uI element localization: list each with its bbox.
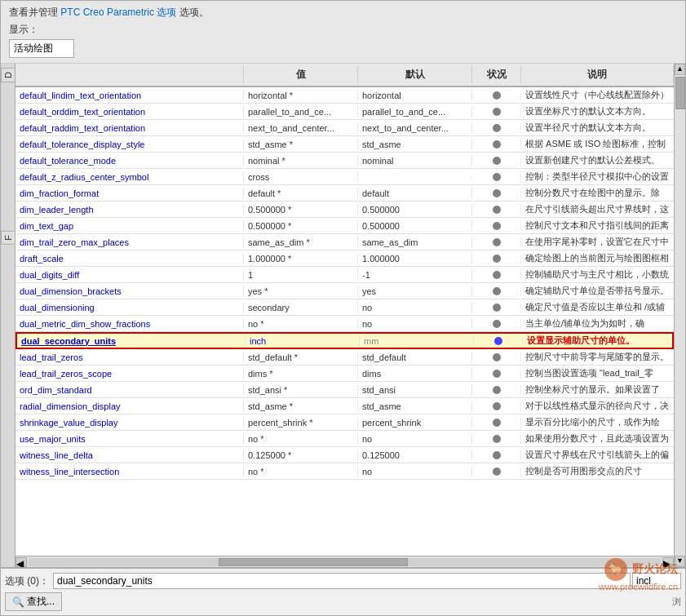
row-value: no * xyxy=(244,466,358,477)
row-value: default * xyxy=(244,188,358,199)
row-status xyxy=(472,254,521,264)
table-row[interactable]: dim_text_gap 0.500000 * 0.500000 控制尺寸文本和… xyxy=(15,218,674,234)
scroll-thumb[interactable] xyxy=(219,558,409,566)
watermark: 🐎 野火论坛 www.proewildfire.cn xyxy=(599,557,678,592)
row-value: 0.500000 * xyxy=(244,204,358,215)
row-desc: 显示百分比缩小的尺寸，或作为绘 xyxy=(521,415,674,429)
selected-table-row[interactable]: dual_secondary_units inch mm 设置显示辅助尺寸的单位… xyxy=(15,332,674,349)
row-default: no xyxy=(358,466,472,477)
row-name: default_raddim_text_orientation xyxy=(15,122,244,134)
site-name: 野火论坛 xyxy=(632,562,678,577)
table-row[interactable]: dual_dimension_brackets yes * yes 确定辅助尺寸… xyxy=(15,283,674,299)
row-value: parallel_to_and_ce... xyxy=(244,106,358,117)
row-desc: 控制当图设置选项 "lead_trail_零 xyxy=(521,366,674,380)
row-default: horizontal xyxy=(358,90,472,101)
row-desc: 设置新创建尺寸的默认公差模式。 xyxy=(521,153,674,167)
row-name: default_z_radius_center_symbol xyxy=(15,171,244,183)
display-dropdown[interactable]: 活动绘图 xyxy=(9,39,74,58)
search-icon: 🔍 xyxy=(12,596,24,608)
status-dot-gray xyxy=(493,222,501,230)
table-row[interactable]: lead_trail_zeros_scope dims * dims 控制当图设… xyxy=(15,366,674,382)
selection-input[interactable] xyxy=(53,573,631,589)
vertical-scrollbar[interactable]: ▲ ▼ xyxy=(674,64,685,567)
selected-row-name: dual_secondary_units xyxy=(17,335,246,347)
table-row[interactable]: dim_fraction_format default * default 控制… xyxy=(15,185,674,202)
horizontal-scrollbar[interactable]: ◀ ▶ xyxy=(15,556,674,567)
selection-row: 选项 (0)： xyxy=(5,573,681,589)
find-button[interactable]: 🔍 查找... xyxy=(5,592,62,611)
table-row[interactable]: witness_line_intersection no * no 控制是否可用… xyxy=(15,463,674,480)
table-row[interactable]: shrinkage_value_display percent_shrink *… xyxy=(15,414,674,431)
row-value: std_asme * xyxy=(244,139,358,150)
row-desc: 确定绘图上的当前图元与绘图图框相 xyxy=(521,251,674,265)
table-row[interactable]: witness_line_delta 0.125000 * 0.125000 设… xyxy=(15,447,674,463)
row-name: lead_trail_zeros_scope xyxy=(15,368,244,379)
row-default: dims xyxy=(358,368,472,379)
row-name: dim_fraction_format xyxy=(15,188,244,199)
status-dot-gray xyxy=(493,386,501,394)
left-tabs: D F xyxy=(1,64,15,567)
table-row[interactable]: draft_scale 1.000000 * 1.000000 确定绘图上的当前… xyxy=(15,250,674,267)
scroll-thumb-vert[interactable] xyxy=(675,77,685,109)
table-row[interactable]: dual_digits_diff 1 -1 控制辅助尺寸与主尺寸相比，小数统 xyxy=(15,267,674,283)
scroll-track-vert[interactable] xyxy=(675,75,685,556)
row-value: same_as_dim * xyxy=(244,237,358,248)
row-name: ord_dim_standard xyxy=(15,384,244,396)
scroll-up-btn[interactable]: ▲ xyxy=(675,64,685,75)
main-table-area: 值 默认 状况 说明 default_lindim_text_orientati… xyxy=(15,64,674,567)
row-status xyxy=(472,434,521,444)
col-default: 默认 xyxy=(358,66,472,83)
creo-link[interactable]: PTC Creo Parametric 选项 xyxy=(60,7,176,18)
row-value: yes * xyxy=(244,286,358,297)
logo-icon: 🐎 野火论坛 xyxy=(604,557,678,582)
table-row[interactable]: ord_dim_standard std_ansi * std_ansi 控制坐… xyxy=(15,382,674,398)
row-status xyxy=(472,221,521,231)
table-row[interactable]: dim_leader_length 0.500000 * 0.500000 在尺… xyxy=(15,202,674,218)
row-name: draft_scale xyxy=(15,253,244,264)
row-name: shrinkage_value_display xyxy=(15,417,244,428)
scroll-track[interactable] xyxy=(29,558,661,566)
row-status xyxy=(472,401,521,411)
row-status xyxy=(472,172,521,182)
row-default: std_default xyxy=(358,352,472,363)
left-tab-d[interactable]: D xyxy=(1,68,15,82)
table-row[interactable]: default_orddim_text_orientation parallel… xyxy=(15,104,674,120)
table-row[interactable]: default_tolerance_mode nominal * nominal… xyxy=(15,153,674,169)
selected-row-value: inch xyxy=(246,335,360,347)
row-status xyxy=(472,91,521,100)
row-value: std_ansi * xyxy=(244,384,358,396)
table-row[interactable]: use_major_units no * no 如果使用分数尺寸，且此选项设置为 xyxy=(15,431,674,447)
status-dot-gray xyxy=(493,468,501,476)
table-row[interactable]: default_raddim_text_orientation next_to_… xyxy=(15,120,674,136)
table-row[interactable]: dual_dimensioning secondary no 确定尺寸值是否应以… xyxy=(15,299,674,316)
table-row[interactable]: default_lindim_text_orientation horizont… xyxy=(15,87,674,104)
horse-logo-icon: 🐎 xyxy=(604,557,628,582)
row-status xyxy=(472,140,521,149)
row-status xyxy=(472,188,521,198)
col-status: 状况 xyxy=(472,66,521,83)
status-dot-gray xyxy=(493,238,501,246)
table-row[interactable]: dim_trail_zero_max_places same_as_dim * … xyxy=(15,234,674,250)
left-tab-f[interactable]: F xyxy=(1,231,15,245)
row-desc: 控制尺寸文本和尺寸指引线间的距离 xyxy=(521,219,674,233)
scroll-left-btn[interactable]: ◀ xyxy=(15,557,27,567)
col-value: 值 xyxy=(244,66,358,83)
row-name: default_orddim_text_orientation xyxy=(15,106,244,117)
table-row[interactable]: lead_trail_zeros std_default * std_defau… xyxy=(15,349,674,366)
show-label: 显示： xyxy=(9,23,677,37)
row-name: dual_dimensioning xyxy=(15,302,244,313)
status-dot-gray xyxy=(493,353,501,361)
row-status xyxy=(472,270,521,280)
table-row[interactable]: default_z_radius_center_symbol cross 控制：… xyxy=(15,169,674,185)
row-default: yes xyxy=(358,286,472,297)
table-row[interactable]: dual_metric_dim_show_fractions no * no 当… xyxy=(15,316,674,332)
row-name: use_major_units xyxy=(15,433,244,445)
table-row[interactable]: default_tolerance_display_style std_asme… xyxy=(15,136,674,153)
row-default: default xyxy=(358,188,472,199)
table-row[interactable]: radial_dimension_display std_asme * std_… xyxy=(15,398,674,414)
status-dot-gray xyxy=(493,255,501,263)
row-value: 0.500000 * xyxy=(244,220,358,232)
row-value: dims * xyxy=(244,368,358,379)
status-dot-gray xyxy=(493,108,501,116)
row-name: dim_text_gap xyxy=(15,220,244,232)
